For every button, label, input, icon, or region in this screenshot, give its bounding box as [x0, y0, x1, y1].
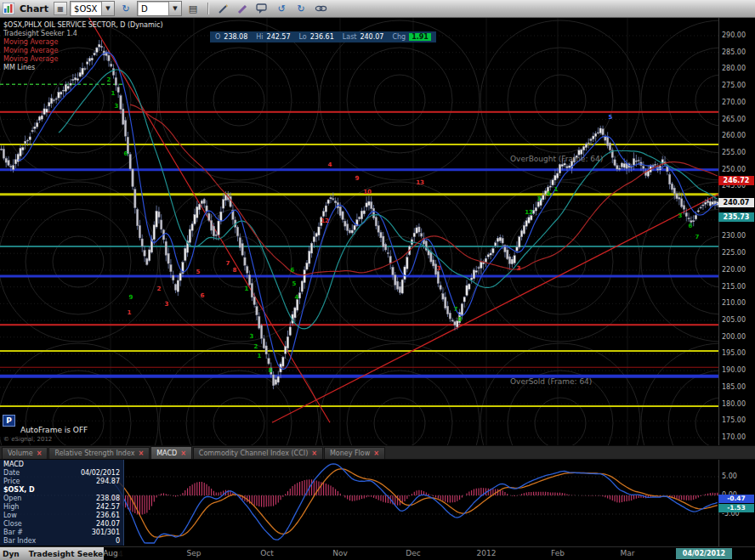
candle-wicks-layer: [2, 40, 718, 389]
tab-label: Relative Strength Index: [54, 450, 134, 457]
svg-text:8: 8: [269, 367, 273, 374]
svg-text:3: 3: [678, 212, 683, 219]
svg-text:1: 1: [111, 90, 116, 97]
chart-title: $OSX,PHLX OIL SERVICE SECTOR, D (Dynamic…: [3, 21, 163, 30]
close-icon[interactable]: ×: [373, 450, 379, 457]
p-button[interactable]: P: [3, 415, 15, 427]
pencil-icon: [218, 3, 229, 14]
chevron-down-icon[interactable]: ▼: [101, 2, 114, 15]
price-axis-label: 220.00: [722, 266, 754, 274]
chart-header: $OSX,PHLX OIL SERVICE SECTOR, D (Dynamic…: [3, 21, 163, 72]
price-axis-label: 275.00: [722, 82, 754, 89]
refresh-button[interactable]: ↻: [117, 2, 134, 16]
svg-text:2: 2: [107, 76, 111, 83]
close-icon[interactable]: ×: [180, 450, 186, 457]
svg-text:4: 4: [328, 161, 332, 168]
time-axis-month: Aug: [103, 549, 118, 557]
chart-type-button[interactable]: ▤: [184, 2, 202, 16]
price-axis-label: 255.00: [722, 149, 754, 156]
price-axis-label: 285.00: [722, 48, 754, 56]
svg-text:4: 4: [295, 294, 299, 301]
symbol-combo[interactable]: $OSX ▼: [70, 1, 115, 16]
callout-tool-button[interactable]: [253, 2, 270, 16]
price-chart[interactable]: 2136912356781321865441291013378312341536…: [0, 18, 718, 445]
price-axis-label: 265.00: [722, 116, 754, 123]
data-window-row: $OSX, D: [3, 486, 120, 495]
link-tool-button[interactable]: [312, 2, 329, 16]
price-axis-label: 250.00: [722, 166, 754, 173]
price-badge: 235.73: [718, 212, 754, 222]
study-label: Tradesight Seeker 1.4: [3, 30, 163, 38]
callout-icon: [256, 3, 268, 14]
svg-text:1: 1: [554, 186, 559, 193]
chart-options-icon[interactable]: ▦: [54, 2, 67, 15]
price-axis-label: 230.00: [722, 232, 754, 240]
time-axis: Dyn Tradesight Seeker 1.4 04/02/2012 Aug…: [0, 546, 755, 560]
svg-text:2: 2: [157, 286, 162, 292]
price-axis-label: 210.00: [722, 299, 754, 307]
close-icon[interactable]: ×: [37, 450, 43, 457]
open-label: O: [215, 33, 220, 41]
tab-label: Money Flow: [330, 450, 370, 457]
price-axis-label: 195.00: [722, 349, 754, 357]
candle-bodies-layer: [0, 44, 718, 386]
macd-value-badge: -0.47: [718, 495, 754, 503]
svg-text:3: 3: [517, 265, 521, 272]
price-badge: 240.07: [718, 198, 754, 207]
app-chart-icon: [3, 3, 14, 14]
copyright-label: © eSignal, 2012: [3, 436, 52, 443]
chevron-down-icon[interactable]: ▼: [168, 2, 181, 15]
svg-text:9: 9: [355, 175, 360, 182]
status-bar: Dyn Tradesight Seeker 1.4: [0, 547, 104, 560]
mm-lines-label: MM Lines: [3, 64, 163, 72]
price-axis-label: 280.00: [722, 65, 754, 72]
svg-text:3: 3: [250, 333, 254, 340]
svg-text:12: 12: [525, 209, 533, 216]
data-window-row: Low236.61: [3, 512, 120, 520]
svg-text:6: 6: [124, 150, 128, 157]
close-icon[interactable]: ×: [311, 450, 317, 457]
link-icon: [315, 3, 327, 14]
svg-text:8: 8: [458, 316, 463, 323]
main-toolbar: Chart ▦ $OSX ▼ ↻ D ▼ ▤ ↺ ↻: [0, 0, 755, 18]
data-window-row: Open238.08: [3, 495, 120, 503]
last-label: Last: [343, 33, 357, 41]
tab-cci[interactable]: Commodity Channel Index (CCI) ×: [193, 447, 323, 459]
interval-value: D: [138, 4, 168, 14]
marker-icon: [237, 3, 248, 14]
data-window-row: Date04/02/2012: [3, 469, 120, 478]
svg-text:4: 4: [547, 190, 551, 197]
ohlc-strip: O 238.08 Hi 242.57 Lo 236.61 Last 240.07…: [210, 31, 436, 42]
overbought-label: OverBought (Frame: 64): [510, 155, 603, 163]
close-icon[interactable]: ×: [138, 450, 144, 457]
tab-volume[interactable]: Volume ×: [2, 447, 48, 459]
macd-signal-line: [97, 469, 718, 537]
time-axis-month: Dec: [406, 549, 420, 557]
trendline: [272, 177, 718, 423]
interval-combo[interactable]: D ▼: [137, 1, 182, 16]
svg-text:1: 1: [128, 309, 132, 316]
tab-rsi[interactable]: Relative Strength Index ×: [48, 447, 150, 459]
high-value: 242.57: [267, 33, 291, 41]
data-window-row: Price294.87: [3, 478, 120, 486]
price-badge: 246.72: [718, 176, 754, 185]
svg-text:2: 2: [254, 343, 258, 350]
tab-money-flow[interactable]: Money Flow ×: [324, 447, 385, 459]
svg-text:6: 6: [689, 223, 693, 229]
change-label: Chg: [392, 33, 406, 41]
tab-macd[interactable]: MACD ×: [150, 446, 192, 459]
macd-histogram-layer: [97, 479, 718, 515]
current-date-badge: 04/02/2012: [676, 548, 732, 559]
pencil-tool-button[interactable]: [214, 2, 231, 16]
study-tab-bar: Volume × Relative Strength Index × MACD …: [0, 445, 755, 460]
last-value: 240.07: [360, 33, 383, 41]
replay-back-button[interactable]: ↺: [273, 2, 290, 16]
data-window-row: Bar Index0: [3, 537, 120, 546]
replay-forward-button[interactable]: ↻: [292, 2, 309, 16]
marker-tool-button[interactable]: [234, 2, 251, 16]
svg-text:5: 5: [292, 280, 297, 287]
svg-text:3: 3: [437, 265, 441, 272]
macd-axis-label: 5.00: [722, 472, 754, 480]
symbol-value: $OSX: [71, 4, 101, 14]
svg-text:10: 10: [363, 189, 372, 195]
